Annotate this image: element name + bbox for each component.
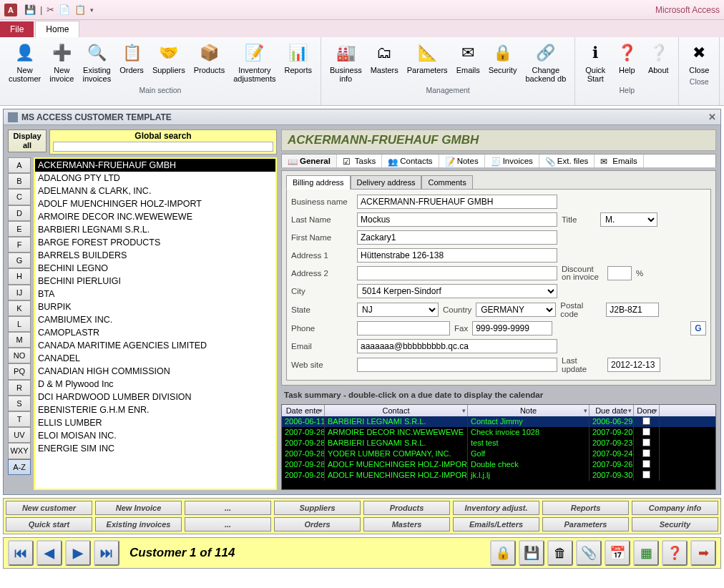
window-close-icon[interactable]: ✕ [708,112,716,122]
tab-tasks[interactable]: ☑Tasks [337,155,382,167]
tab-invoices[interactable]: 🧾Invoices [485,155,539,167]
lock-button[interactable]: 🔒 [490,540,516,566]
tab-notes[interactable]: 📝Notes [439,155,485,167]
tab-emails[interactable]: ✉Emails [595,155,644,167]
alpha-M[interactable]: M [8,332,31,348]
list-item[interactable]: CANADA MARITIME AGENCIES LIMITED [35,339,275,352]
list-item[interactable]: CANADEL [35,352,275,365]
ribbon-emails[interactable]: ✉Emails [452,40,484,84]
ribbon-inventory-adjustments[interactable]: 📝Inventory adjustments [229,40,280,84]
save-icon[interactable]: 💾 [24,4,36,15]
list-item[interactable]: CANADIAN HIGH COMMISSION [35,365,275,378]
done-checkbox[interactable] [642,417,650,425]
display-all-button[interactable]: Display all [8,129,47,152]
alpha-F[interactable]: F [8,237,31,253]
attach-button[interactable]: 📎 [576,540,602,566]
bottom-parameters[interactable]: Parameters [542,517,629,531]
calendar-button[interactable]: 📅 [605,540,630,566]
task-row[interactable]: 2007-09-28ADOLF MUENCHINGER HOLZ-IMPORTD… [282,459,715,470]
ribbon-parameters[interactable]: 📐Parameters [403,40,452,84]
bottom-security[interactable]: Security [632,517,718,531]
bottom----[interactable]: ... [185,517,271,531]
bottom-emails-letters[interactable]: Emails/Letters [453,517,539,531]
alpha-C[interactable]: C [8,189,31,205]
save-button[interactable]: 💾 [519,540,544,566]
file-tab[interactable]: File [0,21,34,37]
ribbon-reports[interactable]: 📊Reports [280,40,316,84]
nav-last-button[interactable]: ⏭ [94,540,119,566]
alpha-R[interactable]: R [8,380,31,396]
alpha-A-Z[interactable]: A-Z [8,459,31,475]
task-row[interactable]: 2007-09-28ADOLF MUENCHINGER HOLZ-IMPORTj… [282,470,715,481]
ribbon-existing-invoices[interactable]: 🔍Existing invoices [79,40,116,84]
ribbon-about[interactable]: ❔About [642,40,674,84]
done-checkbox[interactable] [642,438,650,446]
list-item[interactable]: EBENISTERIE G.H.M ENR. [35,403,275,416]
list-item[interactable]: CAMBIUMEX INC. [35,313,275,326]
ribbon-new-invoice[interactable]: ➕New invoice [45,40,78,84]
list-item[interactable]: ARMOIRE DECOR INC.WEWEWEWE [35,210,275,223]
home-tab[interactable]: Home [35,21,79,37]
delete-button[interactable]: 🗑 [547,540,573,566]
nav-prev-button[interactable]: ◀ [36,540,62,566]
bottom-existing-invoices[interactable]: Existing invoices [95,517,182,531]
bottom-masters[interactable]: Masters [363,517,450,531]
ribbon-quick-start[interactable]: ℹQuick Start [579,40,611,84]
alpha-K[interactable]: K [8,300,31,316]
tab-ext--files[interactable]: 📎Ext. files [539,155,595,167]
task-row[interactable]: 2007-09-28BARBIERI LEGNAMI S.R.L.test te… [282,438,715,449]
nav-next-button[interactable]: ▶ [65,540,91,566]
list-item[interactable]: BURPIK [35,300,275,313]
phone-field[interactable] [357,321,450,335]
exit-button[interactable]: ➡ [690,540,716,566]
city-select[interactable]: 5014 Kerpen-Sindorf [357,284,557,298]
nav-first-button[interactable]: ⏮ [8,540,34,566]
paste-icon[interactable]: 📋 [74,4,86,15]
fax-field[interactable] [472,321,552,335]
bottom-inventory-adjust-[interactable]: Inventory adjust. [453,501,539,515]
business-name-field[interactable] [357,195,557,209]
ribbon-security[interactable]: 🔒Security [484,40,522,84]
help-button[interactable]: ❓ [662,540,688,566]
list-item[interactable]: ENERGIE SIM INC [35,442,275,455]
title-select[interactable]: M. [600,212,657,227]
done-checkbox[interactable] [642,460,650,468]
bottom-reports[interactable]: Reports [542,501,629,515]
list-item[interactable]: BECHINI PIERLUIGI [35,275,275,288]
list-item[interactable]: BARGE FOREST PRODUCTS [35,236,275,249]
alpha-A[interactable]: A [8,157,31,173]
address1-field[interactable] [357,248,557,263]
alpha-WXY[interactable]: WXY [8,443,31,459]
done-checkbox[interactable] [642,428,650,436]
bottom----[interactable]: ... [185,501,271,515]
country-select[interactable]: GERMANY [476,303,556,317]
cut-icon[interactable]: ✂ [47,4,54,15]
task-row[interactable]: 2006-06-11BARBIERI LEGNAMI S.R.L.Contact… [282,416,715,427]
alpha-B[interactable]: B [8,173,31,189]
ribbon-suppliers[interactable]: 🤝Suppliers [148,40,190,84]
alpha-NO[interactable]: NO [8,348,31,363]
alpha-T[interactable]: T [8,411,31,427]
task-row[interactable]: 2007-09-28YODER LUMBER COMPANY, INC.Golf… [282,449,715,459]
task-table[interactable]: Date ente▾ Contact▾ Note▾ Due date▾ Done… [281,404,716,490]
customer-list[interactable]: ACKERMANN-FRUEHAUF GMBHADALONG PTY LTDAD… [34,157,277,490]
alpha-PQ[interactable]: PQ [8,363,31,379]
bottom-new-invoice[interactable]: New Invoice [95,501,182,515]
ribbon-new-customer[interactable]: 👤New customer [4,40,45,84]
list-item[interactable]: ADOLF MUENCHINGER HOLZ-IMPORT [35,197,275,210]
excel-button[interactable]: ▦ [633,540,659,566]
qat-dropdown-icon[interactable]: ▾ [90,6,94,14]
alpha-IJ[interactable]: IJ [8,285,31,300]
alpha-D[interactable]: D [8,205,31,221]
ribbon-close[interactable]: ✖Close [683,40,715,76]
list-item[interactable]: BARBIERI LEGNAMI S.R.L. [35,223,275,236]
subtab-billing-address[interactable]: Billing address [286,175,351,190]
bottom-orders[interactable]: Orders [274,517,361,531]
postal-field[interactable] [606,303,659,317]
subtab-comments[interactable]: Comments [421,175,472,190]
address2-field[interactable] [357,266,557,280]
alpha-UV[interactable]: UV [8,427,31,443]
search-input[interactable] [53,142,273,152]
task-row[interactable]: 2007-09-28ARMOIRE DECOR INC.WEWEWEWEChec… [282,427,715,438]
list-item[interactable]: BARRELS BUILDERS [35,249,275,262]
